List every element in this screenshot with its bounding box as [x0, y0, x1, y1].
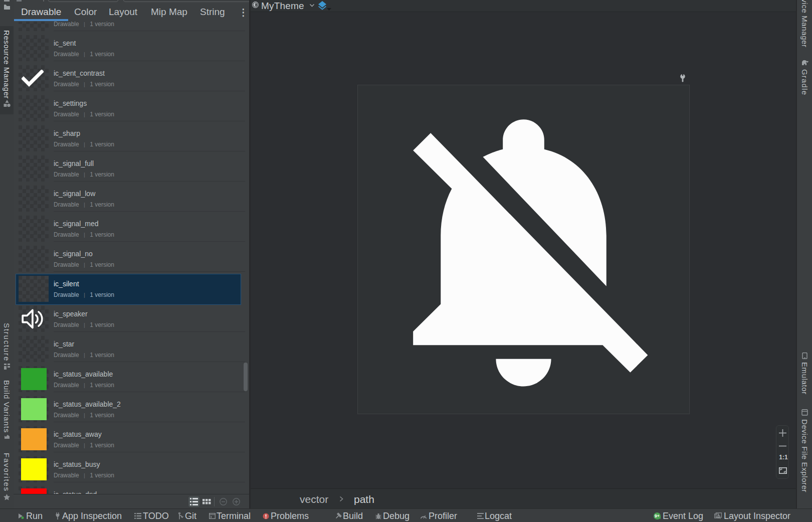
svg-text:9+: 9+ [655, 513, 660, 518]
